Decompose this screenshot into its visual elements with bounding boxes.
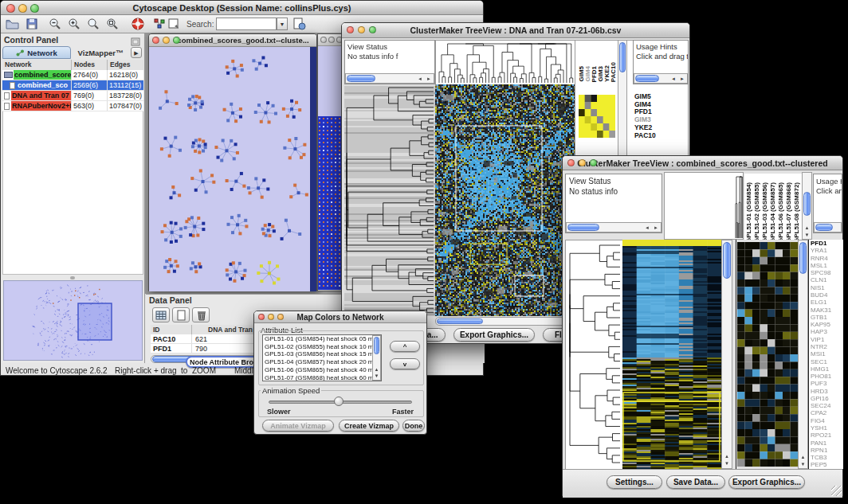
gene-label[interactable]: TCB3 [809,454,843,461]
scroll-up-icon[interactable]: ▲ [722,453,732,459]
col-id[interactable]: ID [151,325,192,334]
scroll-up-icon[interactable]: ▲ [373,366,380,373]
gene-label[interactable]: FIG4 [809,417,843,424]
gene-label[interactable]: BUD4 [809,291,843,299]
scroll-down-icon[interactable]: ▼ [722,460,732,467]
close-button[interactable] [320,37,327,43]
tab-overflow-button[interactable]: ▶ [131,47,142,58]
network-canvas[interactable] [149,47,316,291]
settings-button[interactable]: Settings... [607,475,662,489]
attribute-list[interactable]: GPL51-01 (GSM854) heat shock 05 minGPL51… [262,334,382,381]
scrollbar-thumb[interactable] [374,337,379,354]
attribute-item[interactable]: GPL51-02 (GSM855) heat shock 10 min [263,343,373,351]
zoom-window-button[interactable] [590,159,597,166]
scroll-down-icon[interactable]: ▼ [799,461,807,467]
minimize-button[interactable] [268,314,274,320]
close-button[interactable] [567,159,575,166]
network-overview-thumbnail[interactable] [3,280,143,361]
minimize-button[interactable] [358,26,365,33]
column-dendrogram[interactable] [435,40,576,86]
network-row[interactable]: combined_sco2569(6)13112(15) [2,80,143,91]
gene-label[interactable]: GTB1 [809,314,843,321]
export-graphics-button[interactable]: Export Graphics... [728,475,805,489]
gene-label[interactable]: NIS1 [809,284,843,291]
scroll-down-icon[interactable]: ▼ [373,373,380,379]
heatmap-zoom-matrix[interactable] [579,95,615,138]
annotation-icon[interactable] [167,18,181,33]
zoom-vscrollbar[interactable]: ▲ ▼ [798,240,808,469]
gene-label[interactable]: SPC98 [809,269,843,276]
zoom-window-button[interactable] [277,314,284,320]
col-nodes[interactable]: Nodes [72,60,108,70]
minimize-button[interactable] [328,37,335,43]
open-folder-icon[interactable] [6,18,19,33]
scroll-right-icon[interactable]: ► [678,76,686,82]
row-dendrogram[interactable] [344,84,435,316]
minimize-button[interactable] [163,37,170,44]
heatmap-hscrollbar[interactable] [435,317,575,326]
network-row[interactable]: combined_scores2764(0)16218(0) [2,70,143,80]
view-status-hscrollbar[interactable]: ◄ ► [345,73,434,84]
done-button[interactable]: Done [402,420,425,432]
tab-network[interactable]: Network [2,46,71,59]
gene-label[interactable]: HMG1 [809,365,843,373]
gene-label[interactable]: HAP3 [809,328,843,335]
save-data-button[interactable]: Save Data... [666,475,725,489]
minimize-button[interactable] [18,4,27,13]
gene-label[interactable]: RPN1 [809,447,843,454]
gene-label[interactable]: CPA2 [809,409,843,416]
scrollbar-thumb[interactable] [437,318,483,324]
gene-label[interactable]: YRA1 [809,247,843,254]
gene-label[interactable]: ELG1 [809,299,843,306]
gene-label[interactable]: YSH1 [809,424,843,432]
gene-label[interactable]: HRD3 [809,388,843,395]
close-button[interactable] [6,4,15,13]
header-vscrollbar[interactable]: ▲ ▼ [802,172,812,240]
column-dendrogram-area[interactable] [664,172,744,240]
gene-label[interactable]: PAN1 [809,440,843,447]
background-window-titlebar[interactable] [318,34,341,46]
network-row[interactable]: RNAPuberNov2+I563(0)107847(0) [2,101,143,111]
zoom-window-button[interactable] [30,4,39,13]
gene-label[interactable]: KAP95 [809,321,843,328]
create-vizmap-button[interactable]: Create Vizmap [339,420,399,432]
attribute-item[interactable]: GPL51-06 (GSM865) heat shock 40 min [263,366,373,374]
heatmap-global[interactable] [622,240,721,469]
scrollbar-thumb[interactable] [347,75,375,82]
gene-label[interactable]: PAC10 [634,132,682,140]
close-button[interactable] [347,26,354,33]
attribute-item[interactable]: GPL51-03 (GSM856) heat shock 15 min [263,350,373,358]
attribute-table-button[interactable] [152,307,170,322]
scroll-left-icon[interactable]: ◄ [643,225,651,231]
scroll-left-icon[interactable]: ◄ [669,76,677,82]
gene-label[interactable]: PUF3 [809,380,843,387]
scroll-up-icon[interactable]: ▲ [803,225,811,231]
usage-hscrollbar[interactable]: ◄ ► [634,73,688,84]
attribute-item[interactable]: GPL51-07 (GSM868) heat shock 60 min [263,374,373,381]
gene-label[interactable]: PEP5 [809,461,843,468]
gene-label[interactable]: RPO21 [809,432,843,439]
main-titlebar[interactable]: Cytoscape Desktop (Session Name: collins… [1,1,483,15]
help-lifering-icon[interactable] [131,17,145,34]
scrollbar-thumb[interactable] [803,192,811,216]
scrollbar-thumb[interactable] [635,75,659,82]
gene-label[interactable]: VIP1 [809,336,843,343]
col-network[interactable]: Network [2,60,72,70]
delete-attribute-trash-icon[interactable] [192,307,210,322]
export-graphics-button[interactable]: Export Graphics... [453,328,535,342]
speed-slider-handle[interactable] [334,397,344,406]
zoom-selected-icon[interactable] [106,18,119,33]
gene-label[interactable]: SEC24 [809,402,843,409]
save-icon[interactable] [26,18,38,33]
zoom-out-icon[interactable] [49,18,61,33]
gene-label[interactable]: PFD1 [809,240,843,247]
overview-canvas[interactable] [4,281,142,360]
scrollbar-thumb[interactable] [567,224,599,231]
gene-label[interactable]: MSL1 [809,262,843,269]
treeview2-titlebar[interactable]: ClusterMaker TreeView : combined_scores_… [563,156,842,170]
search-input[interactable] [216,18,277,30]
resize-grip[interactable] [831,486,842,496]
gene-label[interactable]: MSI1 [809,350,843,357]
scroll-down-icon[interactable]: ▼ [803,232,811,238]
treeview1-titlebar[interactable]: ClusterMaker TreeView : DNA and Tran 07-… [342,23,689,38]
